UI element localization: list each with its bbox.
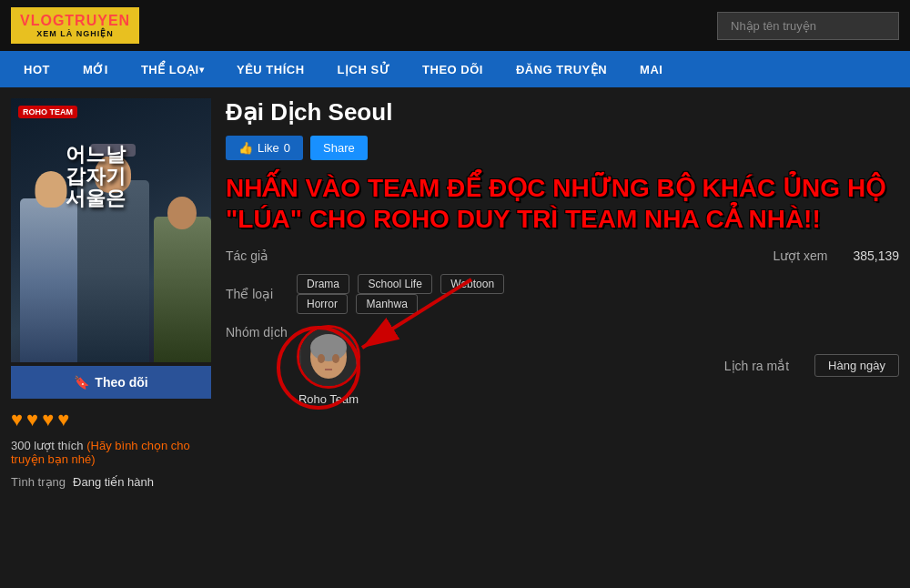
tag-webtoon[interactable]: Webtoon [440, 274, 504, 294]
group-name: Roho Team [298, 392, 359, 406]
nhom-dich-label: Nhóm dịch [226, 325, 289, 340]
group-area[interactable]: Roho Team [297, 325, 360, 406]
tags-container: Drama School Life Webtoon Horror Manhwa [297, 274, 557, 314]
search-input[interactable] [717, 12, 899, 40]
logo-truyen: TRUYEN [65, 13, 130, 28]
status-row: Tình trạng Đang tiến hành [11, 475, 211, 489]
nav-lich-su[interactable]: LỊCH SỬ [321, 51, 407, 87]
lich-ra-mat-cell: Lịch ra mắt Hàng ngày [568, 325, 899, 406]
roho-badge: ROHO TEAM [18, 106, 77, 118]
bookmark-icon: 🔖 [74, 375, 89, 390]
share-button[interactable]: Share [310, 136, 368, 160]
follow-button[interactable]: 🔖 Theo dõi [11, 366, 211, 399]
heart-1: ♥ [11, 408, 23, 431]
luot-xem-label: Lượt xem [773, 248, 827, 263]
logo-top: VLOGTRUYEN [20, 13, 130, 29]
right-column: Đại Dịch Seoul 👍 Like 0 Share NHẤN VÀO T… [226, 98, 899, 489]
cover-image: ROHO TEAM VLOGTRUYENXEM LÀ NGHIỆN 어느날 갑자… [11, 98, 211, 362]
character-1 [20, 198, 82, 362]
group-avatar [297, 325, 360, 389]
logo-vlog: VLOG [20, 13, 65, 28]
tag-drama[interactable]: Drama [297, 274, 349, 294]
heart-4: ♥ [57, 408, 69, 431]
svg-point-4 [332, 354, 339, 363]
likes-count: 300 lượt thích (Hãy bình chọn cho truyện… [11, 439, 211, 466]
daily-button[interactable]: Hàng ngày [814, 354, 899, 377]
group-avatar-svg [301, 328, 356, 387]
grid-spacer [568, 274, 899, 314]
nav-yeu-thich[interactable]: YÊU THÍCH [220, 51, 321, 87]
the-loai-cell: Thể loại Drama School Life Webtoon Horro… [226, 274, 557, 314]
luot-xem-cell: Lượt xem 385,139 [568, 248, 899, 263]
nav-theo-doi[interactable]: THEO DÕI [406, 51, 500, 87]
rating-area: ♥ ♥ ♥ ♥ [11, 408, 211, 431]
left-column: ROHO TEAM VLOGTRUYENXEM LÀ NGHIỆN 어느날 갑자… [11, 98, 211, 489]
nhom-dich-cell: Nhóm dịch [226, 325, 557, 406]
character-3 [154, 217, 211, 362]
svg-point-3 [318, 354, 325, 363]
header: VLOGTRUYEN XEM LÀ NGHIỆN [0, 0, 910, 51]
char3-head [167, 197, 197, 229]
logo-box: VLOGTRUYEN XEM LÀ NGHIỆN [11, 7, 139, 44]
heart-2: ♥ [26, 408, 38, 431]
tac-gia-cell: Tác giả [226, 248, 557, 263]
info-grid: Tác giả Lượt xem 385,139 Thể loại Drama … [226, 248, 899, 406]
status-value: Đang tiến hành [73, 475, 154, 489]
navbar: HOT MỚI THỂ LOẠI YÊU THÍCH LỊCH SỬ THEO … [0, 51, 910, 87]
tag-horror[interactable]: Horror [297, 294, 348, 314]
status-label: Tình trạng [11, 475, 66, 489]
manga-cover: ROHO TEAM VLOGTRUYENXEM LÀ NGHIỆN 어느날 갑자… [11, 98, 211, 362]
promo-text: NHẤN VÀO TEAM ĐỂ ĐỌC NHỮNG BỘ KHÁC ỦNG H… [226, 173, 899, 234]
the-loai-label: Thể loại [226, 287, 289, 301]
thumbs-up-icon: 👍 [238, 141, 253, 155]
lich-ra-mat-label: Lịch ra mắt [724, 359, 789, 373]
action-buttons: 👍 Like 0 Share [226, 136, 899, 160]
main-content: ROHO TEAM VLOGTRUYENXEM LÀ NGHIỆN 어느날 갑자… [0, 87, 910, 500]
svg-point-2 [310, 334, 347, 361]
logo-bottom: XEM LÀ NGHIỆN [36, 29, 114, 38]
tac-gia-label: Tác giả [226, 248, 289, 263]
like-button[interactable]: 👍 Like 0 [226, 136, 303, 160]
cover-korean-title: 어느날 갑자기 서울은 [66, 144, 126, 210]
manga-title: Đại Dịch Seoul [226, 98, 899, 127]
nav-mai[interactable]: MAI [623, 51, 679, 87]
nav-moi[interactable]: MỚI [66, 51, 125, 87]
nav-the-loai[interactable]: THỂ LOẠI [125, 51, 220, 87]
group-avatar-inner [299, 328, 358, 386]
luot-xem-value: 385,139 [853, 248, 899, 263]
char1-head [35, 171, 67, 208]
nav-hot[interactable]: HOT [7, 51, 66, 87]
logo-area: VLOGTRUYEN XEM LÀ NGHIỆN [11, 7, 139, 44]
tag-manhwa[interactable]: Manhwa [356, 294, 417, 314]
nav-dang-truyen[interactable]: ĐĂNG TRUYỆN [500, 51, 623, 87]
tag-school-life[interactable]: School Life [358, 274, 431, 294]
heart-3: ♥ [42, 408, 54, 431]
